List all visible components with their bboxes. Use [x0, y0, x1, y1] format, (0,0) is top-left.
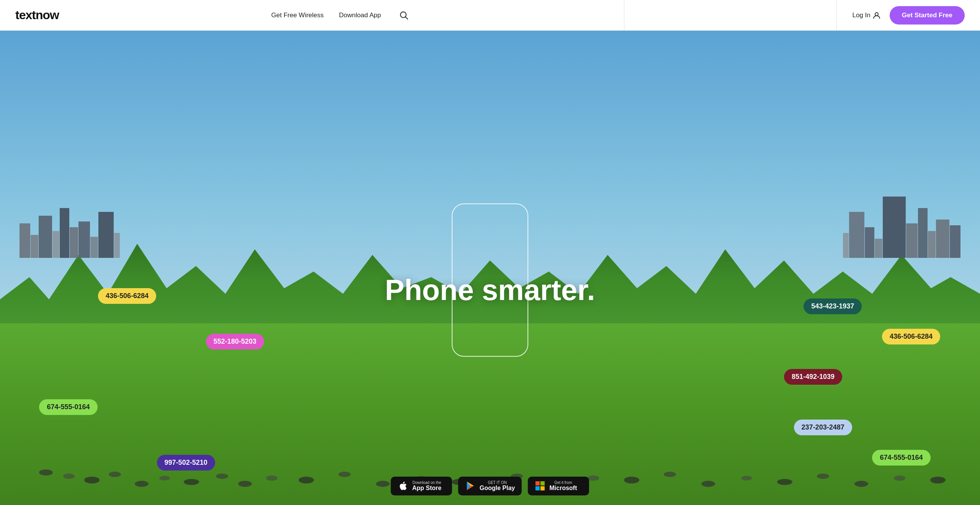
nav-get-free-wireless[interactable]: Get Free Wireless — [271, 11, 324, 19]
search-button[interactable] — [396, 8, 412, 23]
microsoft-top-text: Get it from — [549, 480, 577, 485]
microsoft-button[interactable]: Get it from Microsoft — [528, 477, 589, 495]
building — [114, 233, 120, 258]
user-icon — [873, 11, 880, 19]
building — [906, 223, 918, 258]
building — [39, 216, 52, 258]
header-left: textnow — [0, 8, 59, 22]
login-button[interactable]: Log In — [852, 11, 880, 19]
building — [950, 225, 960, 258]
svg-point-2 — [875, 13, 878, 16]
building — [20, 223, 30, 258]
app-store-button[interactable]: Download on the App Store — [391, 477, 452, 495]
building — [875, 239, 882, 258]
building — [52, 231, 59, 258]
phone-number-badge: 674-555-0164 — [872, 450, 930, 466]
logo[interactable]: textnow — [15, 8, 59, 22]
phone-number-badge: 851-492-1039 — [784, 369, 842, 385]
google-play-main-text: Google Play — [480, 485, 515, 492]
header: textnow Get Free Wireless Download App L… — [0, 0, 980, 31]
building — [98, 212, 114, 258]
building — [936, 220, 949, 258]
header-right: Log In Get Started Free — [836, 0, 980, 30]
building — [849, 212, 864, 258]
apple-icon — [398, 480, 408, 491]
get-started-button[interactable]: Get Started Free — [890, 6, 965, 25]
phone-number-badge: 543-423-1937 — [804, 298, 862, 314]
phone-number-badge: 237-203-2487 — [794, 420, 852, 435]
app-store-top-text: Download on the — [412, 480, 441, 485]
svg-rect-34 — [536, 481, 540, 485]
svg-rect-36 — [536, 486, 540, 490]
nav-download-app[interactable]: Download App — [339, 11, 381, 19]
google-play-icon — [465, 480, 476, 491]
phone-number-badge: 997-502-5210 — [157, 455, 215, 471]
microsoft-main-text: Microsoft — [549, 485, 577, 492]
microsoft-icon — [535, 480, 546, 491]
building — [60, 208, 69, 258]
google-play-button[interactable]: GET IT ON Google Play — [458, 477, 522, 495]
phone-number-badge: 436-506-6284 — [98, 288, 156, 304]
search-icon — [400, 11, 408, 20]
main-nav: Get Free Wireless Download App — [271, 8, 412, 23]
app-store-main-text: App Store — [412, 485, 441, 492]
building — [78, 221, 90, 258]
svg-line-1 — [406, 17, 408, 19]
phone-number-badge: 552-180-5203 — [206, 334, 264, 349]
building — [70, 227, 78, 258]
building — [928, 231, 936, 258]
app-buttons-container: Download on the App Store GET IT ON Goog… — [391, 477, 589, 495]
svg-point-0 — [400, 12, 406, 18]
hero-section: Phone smarter. 436-506-6284552-180-52036… — [0, 31, 980, 505]
google-play-top-text: GET IT ON — [480, 480, 515, 485]
building — [883, 197, 906, 258]
header-divider — [624, 0, 624, 31]
left-buildings — [20, 208, 120, 258]
phone-number-badge: 674-555-0164 — [39, 399, 97, 415]
phone-number-badge: 436-506-6284 — [882, 329, 940, 344]
right-buildings — [843, 197, 960, 258]
building — [865, 227, 874, 258]
building — [918, 208, 928, 258]
building — [31, 235, 38, 258]
svg-rect-37 — [541, 486, 545, 490]
building — [843, 233, 849, 258]
building — [90, 237, 98, 258]
svg-rect-35 — [541, 481, 545, 485]
hero-headline: Phone smarter. — [385, 273, 595, 307]
